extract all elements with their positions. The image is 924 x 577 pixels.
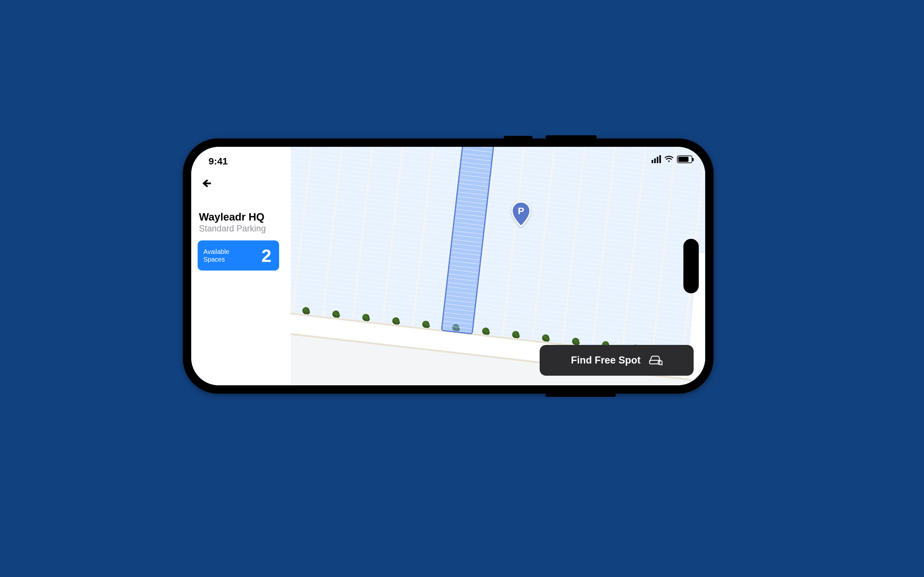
available-spaces-label-line1: Available — [204, 248, 229, 255]
available-spaces-label: Available Spaces — [204, 248, 229, 263]
cellular-signal-icon — [652, 155, 661, 163]
location-subtitle: Standard Parking — [199, 224, 266, 234]
phone-dynamic-island — [683, 239, 699, 293]
parking-map[interactable]: P Find Free Spot — [291, 147, 705, 385]
parking-pin-letter: P — [518, 205, 524, 216]
battery-icon — [677, 155, 692, 163]
statusbar-time: 9:41 — [208, 156, 228, 167]
svg-line-2 — [662, 364, 662, 366]
statusbar-right — [652, 155, 692, 163]
phone-side-button — [545, 135, 597, 139]
sidebar-panel: Wayleadr HQ Standard Parking Available S… — [191, 147, 291, 385]
back-button[interactable] — [200, 177, 213, 190]
find-free-spot-label: Find Free Spot — [571, 355, 641, 366]
find-free-spot-button[interactable]: Find Free Spot — [540, 345, 694, 376]
available-spaces-count: 2 — [262, 245, 271, 266]
phone-side-button — [545, 394, 616, 397]
phone-mockup: 9:41 Wayleadr HQ Standard Parking — [183, 139, 714, 394]
available-spaces-label-line2: Spaces — [204, 255, 229, 263]
wifi-icon — [664, 155, 674, 163]
available-spaces-card[interactable]: Available Spaces 2 — [198, 240, 279, 271]
location-title: Wayleadr HQ — [199, 211, 286, 223]
parking-pin-icon[interactable]: P — [511, 201, 531, 227]
car-search-icon — [648, 355, 662, 366]
phone-side-button — [504, 136, 533, 139]
phone-screen: 9:41 Wayleadr HQ Standard Parking — [191, 147, 705, 385]
